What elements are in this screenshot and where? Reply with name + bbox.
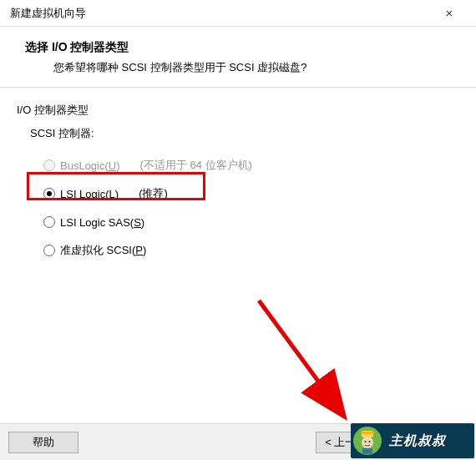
svg-point-6 <box>365 441 367 442</box>
svg-point-7 <box>369 441 371 442</box>
annotation-arrow-icon <box>251 292 376 426</box>
radio-option-paravirt[interactable]: 准虚拟化 SCSI(P) <box>43 236 459 265</box>
svg-rect-8 <box>362 448 372 454</box>
svg-line-1 <box>259 301 342 414</box>
radio-label: BusLogic(U) <box>60 159 120 172</box>
titlebar: 新建虚拟机向导 × <box>0 0 476 27</box>
page-title: 选择 I/O 控制器类型 <box>25 40 456 55</box>
radio-icon <box>43 188 55 200</box>
watermark-avatar-icon <box>351 424 384 457</box>
svg-rect-4 <box>361 432 374 434</box>
wizard-header: 选择 I/O 控制器类型 您希望将哪种 SCSI 控制器类型用于 SCSI 虚拟… <box>0 27 476 88</box>
close-icon: × <box>446 6 453 20</box>
radio-label: 准虚拟化 SCSI(P) <box>60 243 146 258</box>
radio-group-scsi: BusLogic(U) (不适用于 64 位客户机) LSI Logic(L) … <box>43 151 459 265</box>
radio-hint: (推荐) <box>139 186 168 201</box>
content-area: I/O 控制器类型 SCSI 控制器: BusLogic(U) (不适用于 64… <box>0 88 476 265</box>
close-button[interactable]: × <box>433 2 466 25</box>
radio-icon <box>43 159 55 171</box>
radio-label: LSI Logic SAS(S) <box>60 216 144 229</box>
help-button[interactable]: 帮助 <box>8 432 78 453</box>
watermark-badge: 主机叔叔 <box>351 423 474 458</box>
scsi-controller-label: SCSI 控制器: <box>30 126 459 141</box>
radio-icon <box>43 216 55 228</box>
radio-label: LSI Logic(L) <box>60 188 119 200</box>
radio-option-lsilogic[interactable]: LSI Logic(L) (推荐) <box>43 179 459 208</box>
radio-option-buslogic: BusLogic(U) (不适用于 64 位客户机) <box>43 151 459 179</box>
window-title: 新建虚拟机向导 <box>10 6 86 21</box>
group-label: I/O 控制器类型 <box>17 103 459 118</box>
watermark-text: 主机叔叔 <box>389 432 446 450</box>
svg-point-5 <box>362 437 373 448</box>
radio-icon <box>43 245 55 256</box>
radio-option-lsisas[interactable]: LSI Logic SAS(S) <box>43 208 459 236</box>
radio-hint: (不适用于 64 位客户机) <box>140 158 252 173</box>
page-subtitle: 您希望将哪种 SCSI 控制器类型用于 SCSI 虚拟磁盘? <box>53 60 456 75</box>
